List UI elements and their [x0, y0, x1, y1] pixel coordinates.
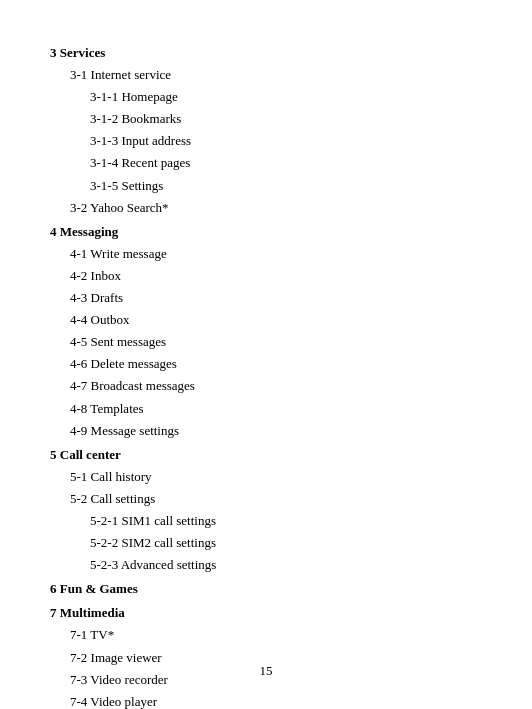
toc-entry-24: 6 Fun & Games: [50, 578, 482, 600]
toc-entry-16: 4-8 Templates: [50, 398, 482, 420]
toc-entry-20: 5-2 Call settings: [50, 488, 482, 510]
toc-entry-21: 5-2-1 SIM1 call settings: [50, 510, 482, 532]
toc-entry-5: 3-1-4 Recent pages: [50, 152, 482, 174]
toc-entry-25: 7 Multimedia: [50, 602, 482, 624]
toc-entry-9: 4-1 Write message: [50, 243, 482, 265]
toc-entry-10: 4-2 Inbox: [50, 265, 482, 287]
toc-entry-2: 3-1-1 Homepage: [50, 86, 482, 108]
toc-entry-12: 4-4 Outbox: [50, 309, 482, 331]
toc-entry-29: 7-4 Video player: [50, 691, 482, 709]
toc-entry-3: 3-1-2 Bookmarks: [50, 108, 482, 130]
toc-entry-23: 5-2-3 Advanced settings: [50, 554, 482, 576]
toc-list: 3 Services3-1 Internet service3-1-1 Home…: [50, 42, 482, 709]
toc-entry-11: 4-3 Drafts: [50, 287, 482, 309]
toc-entry-17: 4-9 Message settings: [50, 420, 482, 442]
toc-entry-18: 5 Call center: [50, 444, 482, 466]
toc-entry-22: 5-2-2 SIM2 call settings: [50, 532, 482, 554]
toc-entry-26: 7-1 TV*: [50, 624, 482, 646]
toc-entry-4: 3-1-3 Input address: [50, 130, 482, 152]
toc-entry-1: 3-1 Internet service: [50, 64, 482, 86]
page-number: 15: [0, 663, 532, 679]
toc-entry-15: 4-7 Broadcast messages: [50, 375, 482, 397]
toc-entry-8: 4 Messaging: [50, 221, 482, 243]
toc-entry-19: 5-1 Call history: [50, 466, 482, 488]
toc-entry-7: 3-2 Yahoo Search*: [50, 197, 482, 219]
toc-entry-14: 4-6 Delete messages: [50, 353, 482, 375]
page-content: 3 Services3-1 Internet service3-1-1 Home…: [0, 0, 532, 709]
toc-entry-0: 3 Services: [50, 42, 482, 64]
toc-entry-6: 3-1-5 Settings: [50, 175, 482, 197]
toc-entry-13: 4-5 Sent messages: [50, 331, 482, 353]
